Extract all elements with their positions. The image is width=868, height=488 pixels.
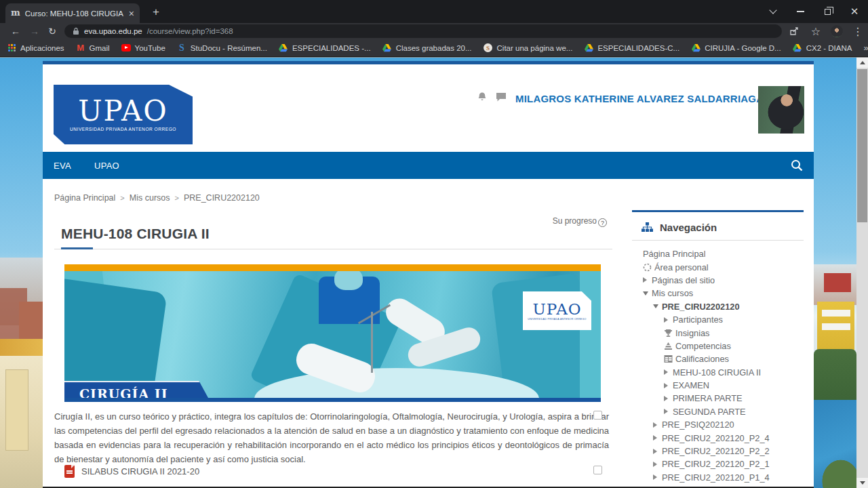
search-icon[interactable]	[789, 158, 804, 176]
banner-upao-badge: UPAO UNIVERSIDAD PRIVADA ANTENOR ORREGO	[523, 291, 591, 330]
cite-icon: S	[484, 43, 493, 53]
navigation-title: Navegación	[660, 222, 717, 233]
profile-avatar[interactable]	[828, 23, 846, 39]
minimize-button[interactable]	[787, 0, 814, 23]
nav-item-calificaciones[interactable]: Calificaciones	[632, 352, 804, 365]
user-avatar[interactable]	[758, 86, 804, 134]
bookmark-drive-1[interactable]: ESPECIALIDADES -...	[279, 43, 371, 53]
bookmark-studocu[interactable]: S StuDocu - Resúmen...	[177, 43, 267, 53]
restore-button[interactable]	[814, 0, 841, 23]
browser-menu-icon[interactable]: ⋮	[849, 23, 867, 39]
nav-item-segunda-parte[interactable]: SEGUNDA PARTE	[632, 405, 804, 418]
collapsed-triangle-icon[interactable]	[653, 462, 662, 467]
collapsed-triangle-icon[interactable]	[664, 369, 673, 375]
tab-close-icon[interactable]: ×	[129, 9, 134, 18]
background-buildings	[822, 310, 850, 317]
collapsed-triangle-icon[interactable]	[653, 474, 662, 480]
collapsed-triangle-icon[interactable]	[664, 396, 673, 401]
expanded-triangle-icon[interactable]	[653, 304, 662, 308]
back-button[interactable]: ←	[7, 23, 24, 39]
upao-logo-tagline: UNIVERSIDAD PRIVADA ANTENOR ORREGO	[70, 127, 176, 131]
bookmark-youtube[interactable]: YouTube	[121, 43, 165, 53]
share-icon[interactable]	[785, 23, 803, 39]
collapsed-triangle-icon[interactable]	[653, 449, 662, 454]
nav-item-pre-psiq202120[interactable]: PRE_PSIQ202120	[632, 418, 804, 431]
bookmark-label: Clases grabadas 20...	[396, 44, 472, 52]
competency-icon	[664, 342, 675, 350]
help-icon[interactable]: ?	[598, 218, 607, 227]
bookmark-gmail[interactable]: M Gmail	[76, 43, 110, 53]
messages-icon[interactable]	[496, 92, 507, 102]
expanded-triangle-icon[interactable]	[643, 291, 652, 296]
browser-tab-bar: m Curso: MEHU-108 CIRUGIA II 202 × + ✕	[0, 0, 868, 23]
nav-item-upao[interactable]: UPAO	[94, 161, 119, 171]
bookmarks-overflow-icon[interactable]: »	[863, 43, 868, 53]
scrollbar-thumb[interactable]	[857, 69, 867, 222]
address-bar[interactable]: eva.upao.edu.pe/course/view.php?id=368	[64, 24, 782, 38]
breadcrumb-separator: >	[175, 194, 179, 202]
nav-item-eva[interactable]: EVA	[54, 161, 71, 171]
nav-item-pre-ciru2202120[interactable]: PRE_CIRU2202120	[632, 300, 804, 313]
bookmark-citar[interactable]: S Citar una página we...	[484, 43, 573, 53]
bookmark-label: ESPECIALIDADES -...	[292, 44, 371, 52]
bookmark-label: CIRUJIA - Google D...	[705, 44, 781, 52]
bookmark-drive-4[interactable]: CIRUJIA - Google D...	[691, 43, 781, 53]
upao-logo[interactable]: UPAO UNIVERSIDAD PRIVADA ANTENOR ORREGO	[54, 85, 193, 144]
bookmark-drive-2[interactable]: Clases grabadas 20...	[382, 43, 472, 53]
gmail-icon: M	[76, 43, 85, 53]
completion-checkbox[interactable]	[593, 466, 602, 474]
nav-item-mis-cursos[interactable]: Mis cursos	[632, 287, 804, 300]
collapsed-triangle-icon[interactable]	[664, 409, 673, 414]
scrollbar[interactable]	[856, 58, 868, 488]
bookmark-drive-5[interactable]: CX2 - DIANA	[793, 43, 852, 53]
nav-item-participantes[interactable]: Participantes	[632, 313, 804, 326]
user-menu[interactable]: MILAGROS KATHERINE ALVAREZ SALDARRIAGA	[515, 93, 773, 104]
page-title: MEHU-108 CIRUGIA II	[61, 226, 210, 242]
notifications-bell-icon[interactable]	[477, 92, 488, 102]
breadcrumb-course[interactable]: PRE_CIRU2202120	[184, 193, 260, 203]
bookmark-label: YouTube	[135, 44, 165, 52]
nav-item-pagina-principal[interactable]: Página Principal	[632, 247, 804, 260]
course-banner: UPAO UNIVERSIDAD PRIVADA ANTENOR ORREGO …	[64, 264, 601, 402]
breadcrumb-home[interactable]: Página Principal	[54, 193, 115, 203]
collapsed-triangle-icon[interactable]	[664, 317, 673, 323]
browser-tab[interactable]: m Curso: MEHU-108 CIRUGIA II 202 ×	[5, 3, 140, 23]
nav-item-mehu-108[interactable]: MEHU-108 CIRUGIA II	[632, 366, 804, 379]
bookmark-label: CX2 - DIANA	[806, 44, 852, 52]
lock-icon	[73, 27, 79, 35]
bookmark-drive-3[interactable]: ESPECIALIDADES-C...	[584, 43, 679, 53]
background-trees	[814, 349, 856, 407]
banner-ribbon-text: CIRUGÍA II	[79, 386, 168, 398]
breadcrumb-mycourses[interactable]: Mis cursos	[130, 193, 170, 203]
navigation-block: Navegación Página Principal Área persona…	[632, 210, 804, 488]
new-tab-button[interactable]: +	[148, 5, 164, 19]
collapsed-triangle-icon[interactable]	[653, 422, 662, 428]
collapsed-triangle-icon[interactable]	[643, 277, 652, 283]
nav-item-area-personal[interactable]: Área personal	[632, 260, 804, 273]
nav-item-primera-parte[interactable]: PRIMERA PARTE	[632, 392, 804, 405]
nav-item-pre-ciru2-p2-1[interactable]: PRE_CIRU2_202120_P2_1	[632, 458, 804, 470]
nav-item-paginas-del-sitio[interactable]: Páginas del sitio	[632, 274, 804, 287]
collapsed-triangle-icon[interactable]	[664, 383, 673, 388]
bookmark-star-icon[interactable]: ☆	[807, 23, 825, 39]
nav-item-competencias[interactable]: Competencias	[632, 340, 804, 352]
nav-item-pre-ciru2-p2-2[interactable]: PRE_CIRU2_202120_P2_2	[632, 445, 804, 458]
nav-item-examen[interactable]: EXAMEN	[632, 379, 804, 392]
drive-icon	[584, 43, 593, 53]
grades-table-icon	[664, 354, 675, 363]
header-icons	[477, 92, 507, 102]
reload-button[interactable]: ↻	[43, 23, 61, 39]
scroll-up-icon[interactable]	[856, 58, 868, 68]
nav-item-pre-ciru2-p1-4[interactable]: PRE_CIRU2_202120_P1_4	[632, 471, 804, 484]
nav-item-insignias[interactable]: Insignias	[632, 326, 804, 339]
bookmark-apps[interactable]: Aplicaciones	[7, 43, 64, 53]
tab-search-icon[interactable]	[760, 0, 787, 23]
banner-ribbon: CIRUGÍA II	[64, 381, 212, 398]
forward-button[interactable]: →	[26, 23, 43, 39]
collapsed-triangle-icon[interactable]	[653, 435, 662, 441]
nav-item-pre-ciru2-p2-4[interactable]: PRE_CIRU2_202120_P2_4	[632, 431, 804, 444]
close-window-button[interactable]: ✕	[841, 0, 868, 23]
resource-link[interactable]: SILABUS CIRUGIA II 2021-20	[64, 465, 199, 478]
completion-checkbox[interactable]	[593, 411, 602, 420]
scroll-down-icon[interactable]	[856, 478, 868, 488]
